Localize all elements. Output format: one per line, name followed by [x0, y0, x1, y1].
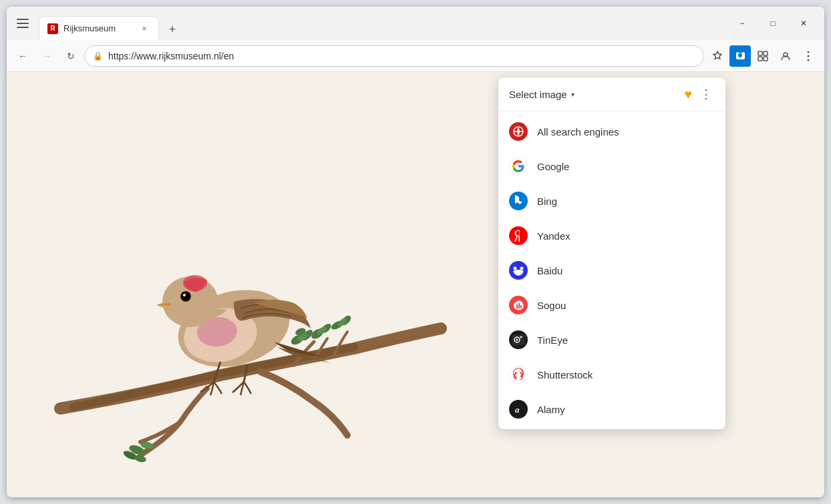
url-text: https://www.rijksmuseum.nl/en: [108, 51, 695, 61]
minimize-button[interactable]: −: [727, 13, 758, 34]
engine-item-shutterstock[interactable]: Shutterstock: [498, 357, 725, 392]
svg-point-37: [514, 267, 517, 270]
active-tab[interactable]: R Rijksmuseum ×: [39, 16, 159, 40]
baidu-icon: [509, 261, 528, 280]
tab-title: Rijksmuseum: [63, 23, 133, 33]
lock-icon: 🔒: [93, 51, 103, 61]
browser-window: R Rijksmuseum × + − □ ✕ ← → ↻ 🔒 https://…: [7, 7, 824, 497]
svg-rect-6: [764, 57, 768, 61]
svg-point-30: [183, 275, 207, 291]
url-bar[interactable]: 🔒 https://www.rijksmuseum.nl/en: [84, 45, 704, 67]
bing-icon: [509, 192, 528, 210]
alamy-icon: a: [509, 400, 528, 419]
google-label: Google: [537, 161, 569, 172]
svg-point-8: [808, 51, 810, 53]
baidu-label: Baidu: [537, 265, 562, 276]
svg-point-10: [808, 59, 810, 61]
back-button[interactable]: ←: [12, 45, 33, 67]
shutterstock-label: Shutterstock: [537, 369, 593, 381]
svg-point-41: [516, 339, 518, 341]
new-tab-button[interactable]: +: [162, 19, 183, 40]
dropdown-arrow-icon: ▾: [571, 91, 574, 98]
search-engines-dropdown: Select image ▾ ♥ ⋮: [498, 77, 725, 429]
address-bar: ← → ↻ 🔒 https://www.rijksmuseum.nl/en: [7, 40, 824, 72]
window-controls: [12, 13, 33, 34]
svg-rect-1: [17, 23, 29, 24]
maximize-button[interactable]: □: [758, 13, 788, 34]
yandex-icon: [509, 226, 528, 245]
svg-rect-3: [758, 51, 762, 55]
tabs-area: R Rijksmuseum × +: [39, 7, 727, 40]
tab-favicon: R: [47, 23, 58, 34]
refresh-button[interactable]: ↻: [60, 45, 81, 67]
svg-rect-11: [7, 75, 474, 498]
bing-label: Bing: [537, 196, 557, 207]
page-content: Select image ▾ ♥ ⋮: [7, 72, 824, 497]
svg-point-32: [182, 293, 189, 300]
favorites-button[interactable]: [707, 45, 728, 67]
svg-point-38: [520, 267, 524, 270]
google-icon: [509, 157, 528, 176]
engine-item-tineye[interactable]: TinEye: [498, 322, 725, 357]
window-action-buttons: − □ ✕: [727, 13, 819, 34]
dropdown-header: Select image ▾ ♥ ⋮: [498, 77, 725, 111]
more-options-icon[interactable]: ⋮: [697, 85, 715, 103]
sidebar-toggle-button[interactable]: [12, 13, 33, 34]
all-engines-label: All search engines: [537, 126, 619, 138]
engine-item-all[interactable]: All search engines: [498, 114, 725, 149]
close-button[interactable]: ✕: [788, 13, 819, 34]
shutterstock-icon: [509, 365, 528, 384]
svg-point-33: [183, 294, 186, 296]
svg-rect-0: [17, 19, 29, 20]
all-engines-icon: [509, 122, 528, 141]
more-options-button[interactable]: [798, 45, 819, 67]
engine-list: All search engines Google: [498, 111, 725, 429]
engine-item-sogou[interactable]: Sogou: [498, 288, 725, 322]
forward-button[interactable]: →: [36, 45, 57, 67]
svg-rect-2: [17, 27, 29, 28]
engine-item-bing[interactable]: Bing: [498, 184, 725, 218]
select-image-label: Select image: [509, 89, 567, 100]
svg-rect-4: [764, 51, 768, 55]
screenshot-button[interactable]: [729, 45, 751, 67]
tineye-icon: [509, 330, 528, 349]
bird-illustration: [7, 75, 474, 498]
svg-rect-5: [758, 57, 762, 61]
engine-item-google[interactable]: Google: [498, 149, 725, 184]
select-image-button[interactable]: Select image ▾: [509, 89, 574, 100]
svg-text:a: a: [515, 405, 520, 415]
engine-item-baidu[interactable]: Baidu: [498, 253, 725, 288]
svg-rect-39: [512, 334, 525, 345]
svg-point-9: [808, 55, 810, 57]
tineye-label: TinEye: [537, 334, 568, 346]
extensions-button[interactable]: [752, 45, 774, 67]
profile-button[interactable]: [775, 45, 796, 67]
sogou-icon: [509, 296, 528, 314]
alamy-label: Alamy: [537, 404, 565, 415]
tab-close-button[interactable]: ×: [138, 23, 150, 35]
sogou-label: Sogou: [537, 300, 566, 311]
header-actions: ♥ ⋮: [684, 85, 715, 103]
svg-point-43: [520, 336, 522, 338]
engine-item-alamy[interactable]: a Alamy: [498, 392, 725, 427]
toolbar-actions: [707, 45, 819, 67]
yandex-label: Yandex: [537, 230, 570, 242]
title-bar: R Rijksmuseum × + − □ ✕: [7, 7, 824, 40]
heart-icon[interactable]: ♥: [684, 87, 692, 102]
engine-item-yandex[interactable]: Yandex: [498, 218, 725, 253]
